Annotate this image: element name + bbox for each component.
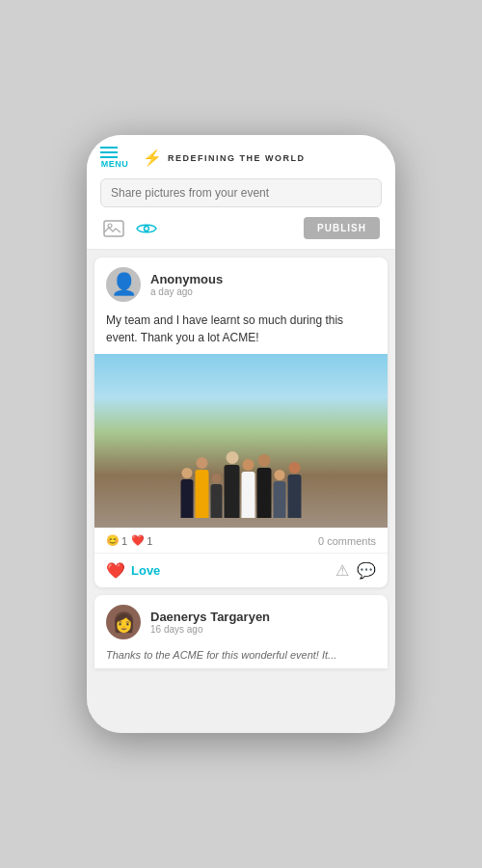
- post-meta-2: Daenerys Targaryen 16 days ago: [150, 610, 270, 635]
- menu-label: MENU: [101, 159, 129, 169]
- person: [196, 457, 209, 518]
- post-time-2: 16 days ago: [150, 624, 270, 635]
- svg-rect-0: [104, 221, 123, 236]
- person: [211, 474, 223, 518]
- svg-point-2: [145, 226, 149, 231]
- logo: ⚡ Redefining The World: [143, 149, 306, 167]
- post-text: My team and I have learnt so much during…: [94, 308, 388, 354]
- reactions-row: 😊 1 ❤️ 1 0 comments: [94, 528, 388, 553]
- avatar: 👤: [106, 267, 141, 302]
- visibility-icon[interactable]: [135, 219, 158, 238]
- person: [242, 459, 255, 518]
- image-icon[interactable]: [102, 219, 125, 238]
- toolbar-left: [102, 219, 158, 238]
- menu-button[interactable]: MENU: [100, 147, 129, 169]
- person: [274, 470, 286, 518]
- smiley-emoji: 😊: [106, 534, 120, 547]
- love-button[interactable]: ❤️ Love: [106, 561, 160, 580]
- person: [288, 462, 302, 518]
- avatar-icon: 👤: [111, 272, 137, 297]
- post-card-partial: 👩 Daenerys Targaryen 16 days ago Thanks …: [94, 595, 388, 668]
- search-bar: [100, 178, 382, 207]
- love-row: ❤️ Love ⚠ 💬: [94, 553, 388, 587]
- heart-reaction: ❤️ 1: [131, 534, 152, 547]
- svg-point-1: [108, 224, 112, 228]
- people-group: [181, 451, 302, 518]
- post-image: [94, 354, 388, 528]
- post-author-2: Daenerys Targaryen: [150, 610, 270, 624]
- smiley-reaction: 😊 1: [106, 534, 127, 547]
- post-card: 👤 Anonymous a day ago My team and I have…: [94, 258, 388, 587]
- person: [225, 451, 240, 518]
- publish-button[interactable]: PUBLISH: [304, 217, 380, 239]
- post-time: a day ago: [150, 286, 223, 297]
- post-meta: Anonymous a day ago: [150, 272, 223, 297]
- post-header: 👤 Anonymous a day ago: [94, 258, 388, 308]
- hamburger-icon: [100, 147, 118, 158]
- person: [181, 468, 194, 518]
- comment-icon[interactable]: 💬: [357, 561, 376, 580]
- love-label: Love: [131, 563, 160, 578]
- post-author: Anonymous: [150, 272, 223, 286]
- heart-emoji: ❤️: [131, 534, 145, 547]
- avatar-daenerys: 👩: [106, 605, 141, 639]
- logo-text: Redefining The World: [168, 153, 306, 163]
- avatar-daenerys-icon: 👩: [112, 610, 136, 634]
- screen: MENU ⚡ Redefining The World: [87, 135, 395, 733]
- post-partial-text: Thanks to the ACME for this wonderful ev…: [94, 645, 388, 668]
- person: [257, 454, 272, 518]
- smiley-count: 1: [121, 535, 127, 547]
- toolbar: PUBLISH: [100, 215, 382, 241]
- comments-count: 0 comments: [318, 535, 376, 547]
- phone-shell: MENU ⚡ Redefining The World: [87, 135, 395, 733]
- logo-lightning-icon: ⚡: [143, 149, 162, 167]
- action-icons: ⚠ 💬: [335, 561, 376, 580]
- love-heart-icon: ❤️: [106, 561, 125, 580]
- heart-count: 1: [147, 535, 152, 547]
- post-input[interactable]: [111, 186, 371, 200]
- feed: 👤 Anonymous a day ago My team and I have…: [87, 250, 395, 733]
- post-header-2: 👩 Daenerys Targaryen 16 days ago: [94, 595, 388, 645]
- report-icon[interactable]: ⚠: [335, 561, 349, 580]
- top-bar: MENU ⚡ Redefining The World: [87, 135, 395, 250]
- reactions-left: 😊 1 ❤️ 1: [106, 534, 152, 547]
